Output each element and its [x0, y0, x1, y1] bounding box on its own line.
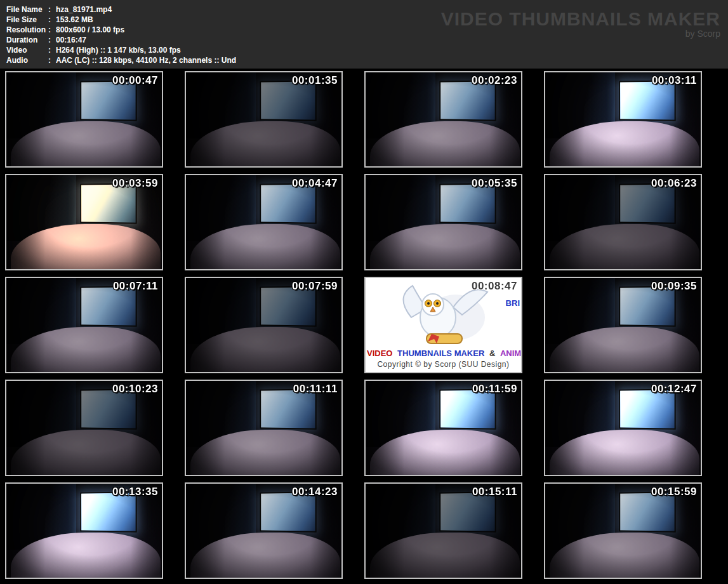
metadata-row: File Size:153.62 MB	[6, 15, 236, 25]
timestamp-overlay: 00:05:35	[472, 177, 517, 190]
metadata-row: Resolution:800x600 / 13.00 fps	[6, 25, 236, 35]
field-label: File Name	[6, 4, 48, 15]
field-label: Audio	[6, 55, 48, 65]
timestamp-overlay: 00:10:23	[112, 383, 158, 395]
timestamp-overlay: 00:15:59	[651, 486, 697, 498]
logo-title-part: VIDEO	[366, 348, 394, 358]
timestamp-overlay: 00:02:23	[472, 74, 517, 87]
timestamp-overlay: 00:07:59	[292, 280, 338, 293]
field-separator: :	[48, 35, 56, 45]
thumbnail-cell: 00:15:11	[364, 482, 522, 579]
logo-title-part: ANIMATO	[499, 348, 521, 358]
thumbnail-cell: 00:11:11	[185, 380, 343, 476]
field-separator: :	[48, 45, 56, 55]
thumbnail-cell: 00:13:35	[5, 482, 163, 579]
thumbnail-cell: 00:11:59	[364, 380, 522, 476]
field-label: Video	[6, 45, 48, 55]
logo-title-part: THUMBNAILS MAKER	[396, 348, 486, 358]
timestamp-overlay: 00:11:11	[293, 383, 338, 395]
thumbnail-cell: 00:01:35	[185, 71, 343, 168]
corner-text: BRI	[506, 298, 520, 308]
field-separator: :	[48, 25, 56, 35]
metadata-list: File Name:hza_81971.mp4 File Size:153.62…	[6, 4, 236, 65]
field-value: 800x600 / 13.00 fps	[56, 25, 124, 34]
thumbnail-cell: 00:05:35	[364, 174, 522, 270]
thumbnail-cell: 00:06:23	[544, 174, 702, 270]
thumbnail-cell: BRI VIDEO THUMBNAILS MAKER & ANIMATO Cop…	[364, 277, 522, 373]
metadata-header: File Name:hza_81971.mp4 File Size:153.62…	[0, 0, 728, 69]
timestamp-overlay: 00:06:23	[651, 177, 697, 190]
app-title: VIDEO THUMBNAILS MAKER	[441, 9, 720, 29]
app-branding: VIDEO THUMBNAILS MAKER by Scorp	[441, 9, 720, 38]
app-subtitle: by Scorp	[441, 29, 720, 38]
thumbnail-cell: 00:14:23	[185, 482, 343, 579]
metadata-row: Audio:AAC (LC) :: 128 kbps, 44100 Hz, 2 …	[6, 55, 236, 65]
thumbnail-cell: 00:03:11	[544, 71, 702, 168]
thumbnail-grid: 00:00:47 00:01:35 00:02:23 00:03:11	[0, 69, 728, 579]
field-value: 00:16:47	[56, 36, 86, 44]
timestamp-overlay: 00:08:47	[472, 280, 517, 293]
thumbnail-cell: 00:04:47	[185, 174, 343, 270]
timestamp-overlay: 00:14:23	[292, 486, 338, 498]
field-separator: :	[48, 55, 56, 65]
thumbnail-cell: 00:12:47	[544, 380, 702, 476]
timestamp-overlay: 00:15:11	[472, 486, 517, 498]
field-value: 153.62 MB	[56, 15, 93, 24]
timestamp-overlay: 00:07:11	[113, 280, 158, 293]
field-value: H264 (High) :: 1 147 kb/s, 13.00 fps	[56, 46, 181, 55]
thumbnail-cell: 00:15:59	[544, 482, 702, 579]
thumbnail-cell: 00:07:11	[5, 277, 163, 373]
metadata-row: Video:H264 (High) :: 1 147 kb/s, 13.00 f…	[6, 45, 236, 55]
maker-logo-title: VIDEO THUMBNAILS MAKER & ANIMATO	[366, 348, 521, 358]
thumbnail-cell: 00:02:23	[364, 71, 522, 168]
metadata-row: File Name:hza_81971.mp4	[6, 4, 236, 15]
timestamp-overlay: 00:13:35	[112, 486, 158, 498]
thumbnail-cell: 00:09:35	[544, 277, 702, 373]
timestamp-overlay: 00:11:59	[472, 383, 517, 395]
field-label: File Size	[6, 15, 48, 25]
timestamp-overlay: 00:03:59	[112, 177, 158, 190]
field-value: AAC (LC) :: 128 kbps, 44100 Hz, 2 channe…	[56, 56, 236, 65]
field-separator: :	[48, 15, 56, 25]
copyright-line: Copyright © by Scorp (SUU Design)	[366, 360, 521, 369]
field-label: Duration	[6, 35, 48, 45]
field-separator: :	[48, 4, 56, 15]
timestamp-overlay: 00:00:47	[112, 74, 158, 87]
timestamp-overlay: 00:09:35	[651, 280, 697, 293]
thumbnail-cell: 00:10:23	[5, 380, 163, 476]
timestamp-overlay: 00:03:11	[652, 74, 697, 87]
thumbnail-cell: 00:00:47	[5, 71, 163, 168]
field-label: Resolution	[6, 25, 48, 35]
logo-title-part: &	[488, 348, 496, 358]
timestamp-overlay: 00:12:47	[651, 383, 697, 395]
timestamp-overlay: 00:04:47	[292, 177, 338, 190]
field-value: hza_81971.mp4	[56, 5, 112, 14]
thumbnail-cell: 00:03:59	[5, 174, 163, 270]
thumbnail-cell: 00:07:59	[185, 277, 343, 373]
timestamp-overlay: 00:01:35	[292, 74, 338, 87]
metadata-row: Duration:00:16:47	[6, 35, 236, 45]
